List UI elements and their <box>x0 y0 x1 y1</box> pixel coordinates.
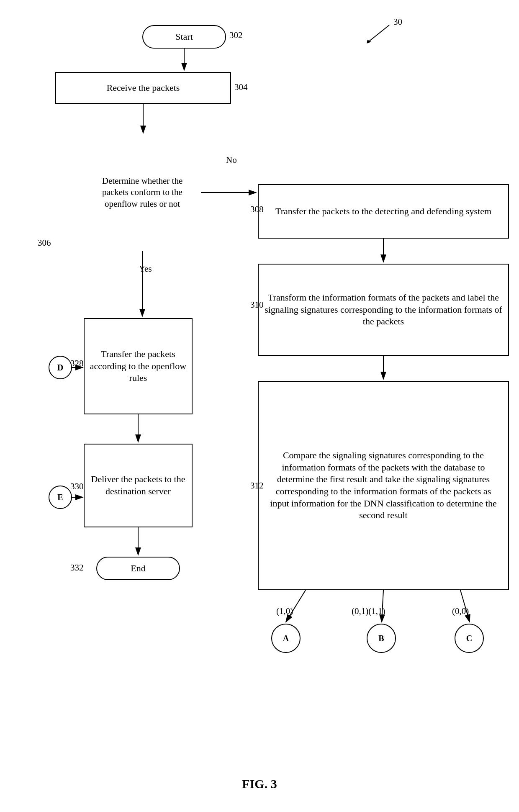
receive-packets-node: Receive the packets <box>55 72 231 104</box>
ref-332: 332 <box>70 563 84 573</box>
deliver-node: Deliver the packets to the destination s… <box>84 444 193 527</box>
no-label: No <box>226 155 237 165</box>
ref-304: 304 <box>234 82 248 93</box>
start-node: Start <box>142 25 226 49</box>
flowchart-diagram: 30 Start 302 Receive the packets 304 Det… <box>0 0 519 812</box>
circle-c: C <box>455 624 484 653</box>
diamond-label: Determine whether the packets conform to… <box>84 134 201 251</box>
ref-310: 310 <box>250 300 264 310</box>
circle-a: A <box>271 624 301 653</box>
ref-330: 330 <box>70 481 84 492</box>
ref-30: 30 <box>393 17 402 27</box>
transform-node: Transform the information formats of the… <box>258 264 509 356</box>
ref-312: 312 <box>250 481 264 491</box>
ref-328: 328 <box>70 358 84 369</box>
ref-306: 306 <box>38 238 51 248</box>
diamond-node: Determine whether the packets conform to… <box>59 110 225 275</box>
ref-302: 302 <box>229 30 243 41</box>
circle-e: E <box>49 486 72 509</box>
circle-d: D <box>49 356 72 379</box>
svg-line-0 <box>368 25 389 42</box>
circle-b: B <box>367 624 396 653</box>
transfer-detect-node: Transfer the packets to the detecting an… <box>258 184 509 239</box>
coords-a: (1,0) <box>276 606 293 617</box>
yes-label: Yes <box>139 264 152 274</box>
coords-b: (0,1)(1,1) <box>352 606 385 617</box>
coords-c: (0,0) <box>452 606 469 617</box>
ref-308: 308 <box>250 204 264 215</box>
figure-label: FIG. 3 <box>0 777 519 791</box>
compare-node: Compare the signaling signatures corresp… <box>258 381 509 590</box>
end-node: End <box>96 557 180 580</box>
svg-marker-1 <box>367 40 371 44</box>
transfer-openflow-node: Transfer the packets according to the op… <box>84 318 193 414</box>
